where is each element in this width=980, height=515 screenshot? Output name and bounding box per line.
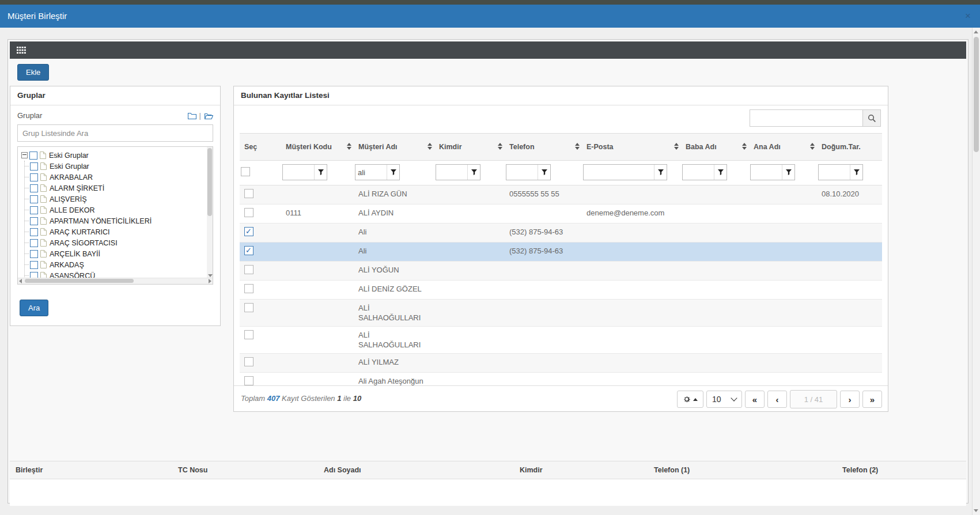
- row-checkbox[interactable]: [244, 189, 253, 198]
- record-row[interactable]: Ali Agah Ateşonğun0,00: [240, 373, 882, 387]
- scrollbar-thumb[interactable]: [207, 148, 212, 216]
- tree-item[interactable]: Eski Gruplar: [25, 161, 205, 172]
- tree-horizontal-scrollbar[interactable]: [18, 278, 213, 284]
- column-header[interactable]: Ana Adı: [749, 134, 817, 161]
- column-header[interactable]: E-Posta: [582, 134, 681, 161]
- page-size-select[interactable]: 10: [706, 391, 742, 408]
- sort-icon[interactable]: [575, 143, 580, 150]
- collapse-expander-icon[interactable]: [21, 152, 28, 158]
- column-filter-input[interactable]: [819, 165, 850, 180]
- filter-icon[interactable]: [782, 165, 794, 180]
- tree-item-checkbox[interactable]: [30, 206, 38, 214]
- tree-item-checkbox[interactable]: [30, 162, 38, 171]
- column-header[interactable]: Doğum.Tar.: [817, 134, 882, 161]
- add-button[interactable]: Ekle: [17, 64, 49, 81]
- column-filter-input[interactable]: [355, 165, 387, 180]
- record-row[interactable]: Ali(532) 875-94-63500,00B: [240, 243, 882, 262]
- column-filter-input[interactable]: [436, 165, 467, 180]
- select-all-checkbox[interactable]: [241, 167, 250, 176]
- scrollbar-thumb[interactable]: [25, 279, 134, 283]
- tree-item-checkbox[interactable]: [30, 195, 38, 203]
- scroll-down-icon[interactable]: [208, 274, 213, 277]
- filter-icon[interactable]: [850, 165, 862, 180]
- scroll-down-icon[interactable]: [974, 509, 978, 512]
- column-header[interactable]: Müşteri Kodu: [281, 134, 354, 161]
- column-filter-input[interactable]: [506, 165, 538, 180]
- search-icon[interactable]: [862, 109, 881, 127]
- sort-icon[interactable]: [810, 143, 815, 150]
- filter-icon[interactable]: [314, 165, 327, 180]
- filter-icon[interactable]: [654, 165, 667, 180]
- tree-item[interactable]: AKRABALAR: [25, 172, 205, 183]
- grid-icon[interactable]: [17, 47, 26, 54]
- tree-item[interactable]: ALLE DEKOR: [25, 205, 205, 215]
- column-filter-input[interactable]: [584, 165, 654, 180]
- tree-item-checkbox[interactable]: [30, 261, 38, 269]
- tree-item[interactable]: ARAÇ KURTARICI: [25, 226, 205, 237]
- filter-icon[interactable]: [714, 165, 727, 180]
- tree-item-checkbox[interactable]: [30, 173, 38, 181]
- table-settings-button[interactable]: [677, 391, 703, 408]
- group-search-input[interactable]: [17, 124, 213, 142]
- column-filter-input[interactable]: [283, 165, 314, 180]
- records-search-input[interactable]: [750, 109, 862, 127]
- record-row[interactable]: ALİ RIZA GÜN0555555 55 5508.10.2020350,0…: [240, 185, 882, 205]
- sort-icon[interactable]: [427, 143, 432, 150]
- tree-item[interactable]: ARKADAŞ: [25, 259, 205, 270]
- search-button[interactable]: Ara: [20, 300, 48, 316]
- sort-icon[interactable]: [498, 143, 502, 150]
- filter-icon[interactable]: [387, 165, 399, 180]
- record-row[interactable]: ALİ SALHAOĞULLARI0,00: [240, 300, 882, 327]
- scroll-right-icon[interactable]: [209, 279, 211, 283]
- tree-item[interactable]: ARAÇ SİGORTACISI: [25, 237, 205, 248]
- tree-item-checkbox[interactable]: [30, 239, 38, 247]
- close-icon[interactable]: ×: [962, 5, 974, 28]
- tree-vertical-scrollbar[interactable]: [207, 147, 213, 278]
- tree-root-item[interactable]: Eski Gruplar: [21, 150, 205, 161]
- scroll-up-icon[interactable]: [974, 31, 978, 33]
- column-header[interactable]: Müşteri Adı: [354, 134, 434, 161]
- record-row[interactable]: ALİ DENİZ GÖZEL0,00: [240, 281, 882, 300]
- first-page-button[interactable]: «: [745, 391, 765, 408]
- page-vertical-scrollbar[interactable]: [972, 28, 980, 515]
- sort-icon[interactable]: [674, 143, 679, 150]
- column-filter-input[interactable]: [751, 165, 782, 180]
- tree-root-checkbox[interactable]: [29, 152, 37, 160]
- tree-item[interactable]: ARÇELİK BAYİİ: [25, 248, 205, 259]
- row-checkbox[interactable]: [244, 208, 253, 217]
- record-row[interactable]: ALİ SALHAOĞULLARI0,00: [240, 327, 882, 354]
- tree-item-checkbox[interactable]: [30, 250, 38, 258]
- tree-item[interactable]: ALARM ŞİRKETİ: [25, 183, 205, 194]
- tree-item[interactable]: ALIŞVERİŞ: [25, 194, 205, 205]
- row-checkbox[interactable]: [244, 265, 253, 274]
- column-header[interactable]: Baba Adı: [681, 134, 749, 161]
- record-row[interactable]: ALİ YILMAZ0,00: [240, 354, 882, 373]
- row-checkbox[interactable]: [244, 376, 253, 385]
- column-header[interactable]: Telefon: [505, 134, 582, 161]
- expand-all-folder-icon[interactable]: [204, 112, 213, 119]
- prev-page-button[interactable]: ‹: [767, 391, 787, 408]
- tree-item-checkbox[interactable]: [30, 228, 38, 236]
- last-page-button[interactable]: »: [862, 391, 882, 408]
- row-checkbox[interactable]: [244, 330, 253, 339]
- record-row[interactable]: 0111ALİ AYDINdeneme@deneme.com12.407,71B: [240, 205, 882, 224]
- row-checkbox[interactable]: [244, 357, 253, 366]
- tree-item[interactable]: APARTMAN YÖNETİCİLİKLERİ: [25, 215, 205, 226]
- sort-icon[interactable]: [742, 143, 747, 150]
- scrollbar-thumb[interactable]: [974, 37, 979, 152]
- column-filter-input[interactable]: [683, 165, 714, 180]
- column-header[interactable]: Kimdir: [434, 134, 505, 161]
- row-checkbox[interactable]: [244, 284, 253, 293]
- record-row[interactable]: Ali(532) 875-94-630,00: [240, 224, 882, 243]
- sort-icon[interactable]: [347, 143, 351, 150]
- filter-icon[interactable]: [467, 165, 480, 180]
- tree-item-checkbox[interactable]: [30, 217, 38, 225]
- record-row[interactable]: ALİ YOĞUN0,00: [240, 262, 882, 281]
- row-checkbox[interactable]: [244, 303, 253, 312]
- next-page-button[interactable]: ›: [840, 391, 860, 408]
- row-checkbox[interactable]: [244, 246, 253, 255]
- row-checkbox[interactable]: [244, 227, 253, 236]
- tree-item-checkbox[interactable]: [30, 184, 38, 192]
- filter-icon[interactable]: [538, 165, 550, 180]
- scroll-left-icon[interactable]: [19, 279, 22, 283]
